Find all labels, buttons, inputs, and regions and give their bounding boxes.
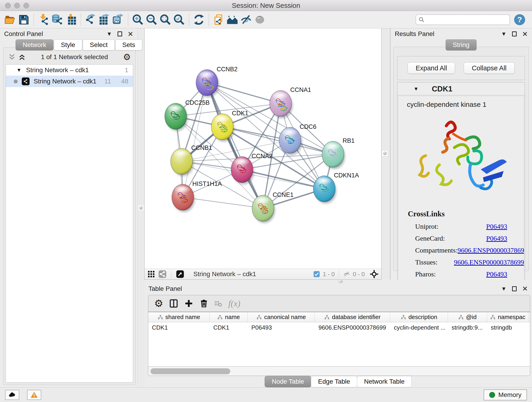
scrollbar-thumb[interactable] [151,368,230,374]
delete-column-trash-icon[interactable] [199,299,209,308]
results-panel-float-icon[interactable] [512,32,517,36]
collapse-all-icon[interactable] [8,53,16,61]
hidden-eye-icon[interactable] [343,271,350,278]
table-cell[interactable]: CDK1 [210,322,248,333]
gene-section-header[interactable]: ▼ CDK1 [398,83,525,95]
table-row[interactable]: CDK1CDK1P064939606.ENSP00000378699cyclin… [148,322,530,333]
node-CCNA2[interactable] [231,157,254,185]
network-row-selected[interactable]: String Network – cdk1 11 48 [6,76,133,87]
zoom-in-button[interactable] [131,13,145,27]
tab-sets[interactable]: Sets [115,39,142,51]
crosslink-link[interactable]: 9606.ENSP00000378699 [457,246,524,254]
node-CCNA1[interactable] [270,90,293,118]
cloud-status-button[interactable] [5,390,19,400]
table-cell[interactable]: stringdb:9... [448,322,487,333]
collapse-all-button[interactable]: Collapse All [464,62,515,74]
table-panel-menu-icon[interactable]: ▼ [501,286,507,292]
memory-button[interactable]: Memory [484,389,527,400]
table-panel-float-icon[interactable] [512,286,517,291]
birds-eye-view-icon[interactable] [176,270,184,278]
import-table-file-button[interactable] [64,13,78,27]
selected-checkbox-icon[interactable] [313,271,320,278]
network-options-gear-icon[interactable]: ⚙ [123,53,131,61]
column-header-name[interactable]: name [210,312,248,322]
crosslink-link[interactable]: P06493 [486,223,507,230]
first-neighbors-button[interactable] [225,13,239,27]
node-RB1[interactable] [322,141,345,169]
zoom-fit-button[interactable] [158,13,172,27]
search-input[interactable] [427,16,507,23]
minimize-window-button[interactable] [14,3,20,8]
tab-string[interactable]: String [446,39,476,51]
network-canvas[interactable]: CCNB2 CCNA1 CDC25B CDK1 CDC6 RB1 [145,28,381,269]
node-CDKN1A[interactable] [313,176,336,204]
open-file-button[interactable] [3,13,17,27]
table-cell[interactable]: stringdb [487,322,529,333]
node-CDK1[interactable] [211,114,234,142]
export-table-button[interactable] [98,13,111,27]
create-column-plus-icon[interactable] [184,299,193,308]
control-panel-close-icon[interactable]: ✕ [128,30,133,38]
tab-node-table[interactable]: Node Table [265,376,311,387]
network-collection-row[interactable]: ▼ String Network – cdk1 1 [6,65,133,76]
show-all-button[interactable] [253,13,267,27]
collection-disclosure-icon[interactable]: ▼ [17,67,22,73]
export-image-button[interactable] [111,13,125,27]
zoom-out-button[interactable] [145,13,158,27]
column-header-shared-name[interactable]: shared name [148,312,210,322]
table-cell[interactable]: CDK1 [148,322,210,333]
column-header--id[interactable]: @id [448,312,487,322]
warnings-button[interactable] [27,390,41,400]
network-view-icon[interactable] [158,270,167,278]
import-network-file-button[interactable] [37,13,51,27]
zoom-selected-button[interactable] [172,13,186,27]
show-columns-icon[interactable] [169,299,178,308]
results-panel-close-icon[interactable]: ✕ [522,30,528,38]
column-header-description[interactable]: description [390,312,448,322]
node-CCNE1[interactable] [252,195,275,223]
search-field[interactable] [416,14,510,25]
help-button[interactable]: ? [514,14,525,25]
column-header-namespac[interactable]: namespac [487,312,529,322]
tab-style[interactable]: Style [54,39,82,51]
grid-view-icon[interactable] [147,270,155,278]
node-HIST1H1A[interactable] [172,184,195,212]
table-horizontal-scrollbar[interactable] [148,366,530,376]
left-splitter-grip[interactable] [138,205,144,211]
horizontal-splitter-grip[interactable] [338,280,343,283]
right-splitter-grip[interactable] [382,150,388,156]
control-panel-menu-icon[interactable]: ▼ [107,31,112,37]
table-options-gear-icon[interactable]: ⚙ [154,298,163,308]
left-splitter[interactable] [138,28,144,387]
hide-selected-button[interactable] [239,13,253,27]
right-splitter[interactable] [381,28,391,280]
tab-network[interactable]: Network [16,39,53,51]
maximize-window-button[interactable] [23,3,29,8]
table-cell[interactable]: 9606.ENSP00000378699 [315,322,390,333]
horizontal-splitter[interactable] [144,280,532,283]
node-CCNB1[interactable] [171,148,194,176]
fit-content-crosshair-icon[interactable] [370,270,379,279]
table-panel-close-icon[interactable]: ✕ [522,285,528,293]
refresh-view-button[interactable] [192,13,206,27]
control-panel-float-icon[interactable] [118,32,122,36]
column-header-database-identifier[interactable]: database identifier [315,312,390,322]
edge-CCNB2-CCNE1[interactable] [207,83,263,208]
node-CCNB2[interactable] [196,70,219,98]
tab-network-table[interactable]: Network Table [357,376,412,387]
gene-disclosure-icon[interactable]: ▼ [413,86,418,92]
tab-select[interactable]: Select [83,39,115,51]
expand-all-icon[interactable] [18,53,26,61]
column-header-canonical-name[interactable]: canonical name [248,312,315,322]
crosslink-link[interactable]: P06493 [486,235,507,242]
crosslink-link[interactable]: P06493 [486,270,507,278]
clone-network-button[interactable] [212,13,225,27]
crosslink-link[interactable]: 9606.ENSP00000378699 [454,258,524,266]
close-window-button[interactable] [5,3,11,8]
table-cell[interactable]: P06493 [248,322,315,333]
edge-CCNA2-CDKN1A[interactable] [242,170,324,189]
tab-edge-table[interactable]: Edge Table [311,376,357,387]
export-network-button[interactable] [84,13,98,27]
expand-all-button[interactable]: Expand All [408,62,455,74]
results-panel-menu-icon[interactable]: ▼ [501,31,507,37]
